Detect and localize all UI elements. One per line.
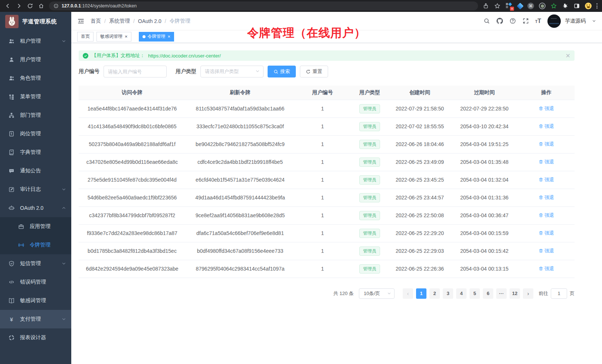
reset-button[interactable]: 重置	[300, 66, 328, 77]
reload-icon[interactable]	[27, 3, 33, 9]
open-book-icon	[8, 297, 15, 304]
pager-page-2[interactable]: 2	[429, 288, 440, 299]
username[interactable]: 芋道源码	[565, 18, 586, 24]
trash-icon	[539, 195, 543, 200]
pager-next-button[interactable]: ›	[523, 288, 533, 299]
pager: ‹123456···12›	[403, 288, 533, 299]
force-logout-button[interactable]: 强退	[539, 248, 554, 254]
pager-page-12[interactable]: 12	[510, 288, 520, 299]
tag-close-icon[interactable]: ×	[125, 34, 128, 39]
sidebar-item-oauth2[interactable]: OAuth 2.0	[0, 199, 71, 217]
sidebar-item-dict[interactable]: 字典管理	[0, 143, 71, 162]
user-type-select[interactable]: 请选择用户类型	[200, 66, 264, 77]
forward-icon[interactable]	[16, 3, 22, 9]
create-time-cell: 2022-07-29 21:58:50	[389, 100, 451, 118]
sidebar-item-dept[interactable]: 部门管理	[0, 106, 71, 125]
sidebar-item-sensitive-word[interactable]: 敏感词管理	[0, 291, 71, 310]
force-logout-button[interactable]: 强退	[539, 159, 554, 165]
font-size-icon[interactable]: TT	[535, 18, 541, 24]
sidebar-item-oauth2-token[interactable]: 令牌管理	[0, 236, 71, 254]
force-logout-button[interactable]: 强退	[539, 212, 554, 219]
site-info-icon[interactable]	[53, 3, 59, 9]
refresh-token-cell: 811c530487574fa0af1a59d3abc1aa66	[186, 100, 295, 118]
tag-close-icon[interactable]: ×	[168, 34, 171, 39]
breadcrumb-item[interactable]: 首页	[91, 18, 101, 24]
success-check-icon	[83, 53, 88, 59]
browser-toolbar: 127.0.0.1:1024/system/oauth2/token 9 ⌘	[0, 0, 602, 12]
sidebar-item-sms[interactable]: 短信管理	[0, 254, 71, 273]
pager-page-5[interactable]: 5	[470, 288, 480, 299]
breadcrumb-item[interactable]: 系统管理	[109, 18, 130, 24]
search-icon[interactable]	[483, 18, 490, 24]
org-icon	[8, 112, 15, 119]
force-logout-button[interactable]: 强退	[539, 123, 554, 130]
sidebar-item-error-code[interactable]: 错误码管理	[0, 273, 71, 291]
hamburger-icon[interactable]	[77, 17, 85, 25]
pager-page-3[interactable]: 3	[443, 288, 453, 299]
page-size-select[interactable]: 10条/页	[359, 288, 395, 299]
address-bar[interactable]: 127.0.0.1:1024/system/oauth2/token	[49, 1, 478, 10]
sidebar-item-user[interactable]: 用户管理	[0, 50, 71, 69]
alert-close-icon[interactable]: ✕	[566, 52, 570, 59]
force-logout-button[interactable]: 强退	[539, 265, 554, 272]
green-star-extension-icon[interactable]	[550, 3, 557, 9]
pager-page-6[interactable]: 6	[483, 288, 493, 299]
sidebar-item-notice[interactable]: 通知公告	[0, 162, 71, 180]
user-type-badge: 管理员	[359, 140, 380, 149]
record-extension-icon[interactable]	[539, 3, 546, 9]
command-extension-icon[interactable]: ⌘	[527, 3, 534, 9]
tag-令牌管理[interactable]: 令牌管理×	[139, 32, 174, 42]
force-logout-button[interactable]: 强退	[539, 105, 554, 112]
sidebar-item-report[interactable]: 报表设计器	[0, 328, 71, 347]
home-icon[interactable]	[38, 3, 45, 9]
avatar[interactable]	[547, 14, 561, 28]
user-type-cell: 管理员	[350, 171, 389, 189]
profile-emoji-icon[interactable]	[585, 3, 592, 9]
pager-ellipsis[interactable]: ···	[496, 288, 507, 299]
chevron-down-icon[interactable]	[592, 19, 596, 23]
bookmark-star-icon[interactable]	[494, 3, 501, 9]
goto-page-input[interactable]	[551, 288, 567, 299]
force-logout-button[interactable]: 强退	[539, 194, 554, 201]
pager-page-4[interactable]: 4	[456, 288, 467, 299]
column-header: 过期时间	[451, 86, 518, 100]
force-logout-button[interactable]: 强退	[539, 176, 554, 183]
sidebar-item-label: 应用管理	[30, 223, 50, 230]
sidebar-item-label: 审计日志	[20, 186, 41, 193]
sidebar-item-role[interactable]: 角色管理	[0, 69, 71, 87]
breadcrumb-separator: /	[133, 18, 135, 24]
extensions-cluster-icon[interactable]: 9	[506, 2, 513, 10]
table-row: 502375b8040a469a9b82188afdf6af1fbe90422b…	[79, 135, 575, 153]
sidebar-item-tenant[interactable]: 租户管理	[0, 32, 71, 50]
force-logout-button[interactable]: 强退	[539, 141, 554, 148]
sidebar-item-oauth2-app[interactable]: 应用管理	[0, 217, 71, 236]
pager-page-1[interactable]: 1	[416, 288, 426, 299]
sidebar-item-menu[interactable]: 菜单管理	[0, 87, 71, 106]
tag-首页[interactable]: 首页	[77, 32, 94, 42]
sidebar-item-pay[interactable]: ¥支付管理	[0, 310, 71, 328]
action-cell: 强退	[518, 224, 575, 242]
browser-menu-icon[interactable]	[596, 3, 598, 9]
share-icon[interactable]	[482, 3, 489, 9]
sidebar-item-audit-log[interactable]: 审计日志	[0, 180, 71, 199]
github-icon[interactable]	[496, 18, 503, 24]
search-button[interactable]: 搜索	[268, 66, 296, 77]
user-id-input[interactable]	[104, 66, 167, 77]
tag-敏感词管理[interactable]: 敏感词管理×	[96, 32, 131, 42]
sidebar-item-post[interactable]: 岗位管理	[0, 125, 71, 143]
pager-prev-button[interactable]: ‹	[403, 288, 413, 299]
shield-icon	[8, 260, 15, 267]
breadcrumb-item[interactable]: OAuth 2.0	[138, 18, 161, 24]
pinwheel-extension-icon[interactable]	[562, 3, 569, 9]
back-icon[interactable]	[4, 3, 11, 9]
user-type-label: 用户类型	[176, 68, 196, 75]
fullscreen-icon[interactable]	[522, 18, 529, 24]
side-panel-icon[interactable]	[573, 3, 580, 9]
expire-time-cell: 2022-07-29 22:28:50	[451, 100, 518, 118]
force-logout-button[interactable]: 强退	[539, 230, 554, 236]
help-icon[interactable]	[509, 18, 516, 24]
app-logo-row[interactable]: 芋道管理系统	[0, 12, 71, 31]
gem-extension-icon[interactable]	[517, 3, 523, 9]
table-row: 54d6be82ee5a460a9aedc1f9bf22365649d1aa46…	[79, 189, 575, 206]
alert-link[interactable]: https://doc.iocoder.cn/user-center/	[148, 53, 221, 59]
